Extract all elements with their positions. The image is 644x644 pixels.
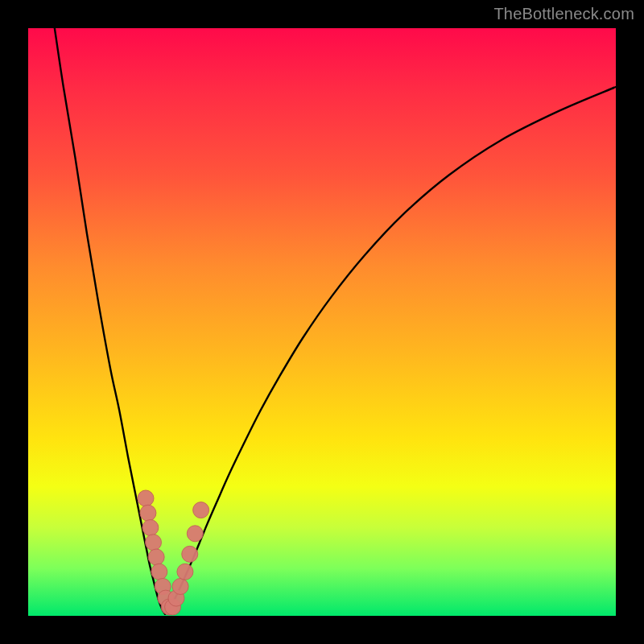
plot-area [28, 28, 616, 616]
marker-point [177, 564, 193, 580]
marker-group [138, 490, 209, 615]
curve-layer [28, 28, 616, 616]
marker-point [193, 502, 209, 518]
marker-point [187, 526, 203, 542]
marker-point [138, 490, 154, 506]
chart-frame: TheBottleneck.com [0, 0, 644, 644]
marker-point [148, 549, 164, 565]
curve-right-branch [165, 87, 616, 614]
marker-point [182, 546, 198, 562]
watermark-text: TheBottleneck.com [493, 5, 634, 23]
marker-point [145, 535, 161, 551]
marker-point [140, 505, 156, 521]
marker-point [151, 564, 167, 580]
marker-point [142, 520, 159, 536]
marker-point [172, 579, 188, 595]
